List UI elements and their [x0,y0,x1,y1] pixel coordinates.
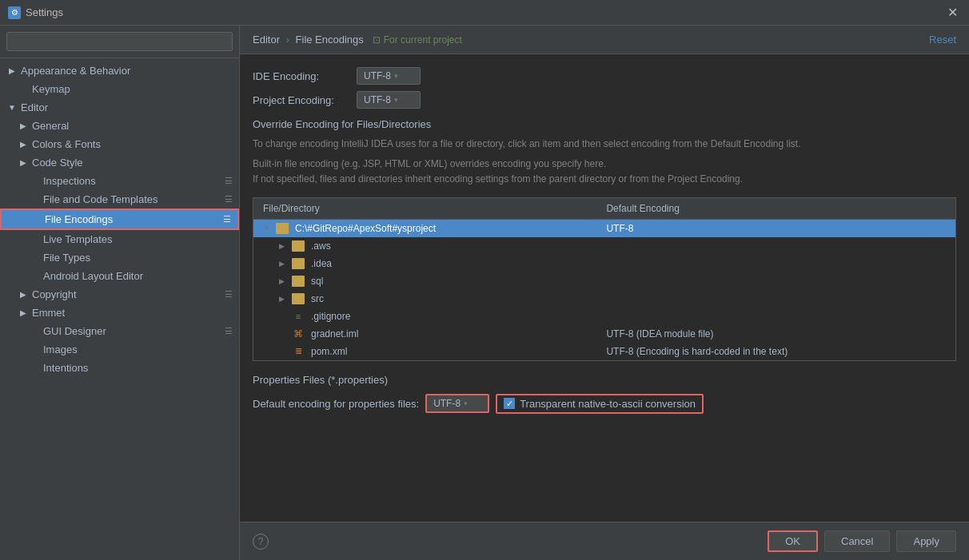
override-desc2: Built-in file encoding (e.g. JSP, HTML o… [253,157,956,187]
table-cell-encoding [596,237,955,255]
sidebar-item-label: File and Code Templates [43,193,158,205]
sidebar-item-label: Live Templates [43,233,112,245]
arrow-icon: ▼ [6,102,18,113]
ide-encoding-dropdown[interactable]: UTF-8 ▾ [357,67,421,85]
col-file-directory: File/Directory [253,197,597,219]
table-cell-encoding [596,255,955,272]
folder-icon [276,223,289,234]
sidebar-item-code-style[interactable]: ▶ Code Style [0,153,239,172]
transparent-label: Transparent native-to-ascii conversion [520,398,696,410]
arrow-placeholder [29,344,40,355]
ide-encoding-row: IDE Encoding: UTF-8 ▾ [253,67,956,85]
override-desc1: To change encoding IntelliJ IDEA uses fo… [253,137,956,152]
sidebar: ▶ Appearance & Behavior Keymap ▼ Editor … [0,26,240,560]
sidebar-item-keymap[interactable]: Keymap [0,80,239,98]
apply-button[interactable]: Apply [896,530,956,552]
ok-button[interactable]: OK [768,530,818,552]
file-name: gradnet.iml [311,328,358,340]
sidebar-item-copyright[interactable]: ▶ Copyright ☰ [0,285,239,304]
sidebar-item-label: Keymap [32,83,70,95]
content-header: Editor › File Encodings ⊡ For current pr… [240,26,969,54]
badge-icon: ☰ [225,289,233,300]
sidebar-item-label: File Encodings [45,213,113,225]
breadcrumb-separator: › [286,34,293,46]
sidebar-item-label: Intentions [43,362,88,374]
sidebar-item-editor[interactable]: ▼ Editor [0,98,239,117]
properties-title: Properties Files (*.properties) [253,374,956,386]
table-row[interactable]: ⌘ gradnet.iml UTF-8 (IDEA module file) [253,325,956,343]
table-row[interactable]: ▶ .aws [253,237,956,255]
sidebar-item-emmet[interactable]: ▶ Emmet [0,304,239,322]
xml-icon: ≣ [292,346,305,357]
breadcrumb: Editor › File Encodings ⊡ For current pr… [253,34,462,46]
folder-icon [292,240,305,252]
file-name: C:\#GitRepo#ApexSoft#ysproject [295,223,436,234]
folder-icon [292,258,305,269]
sidebar-nav: ▶ Appearance & Behavior Keymap ▼ Editor … [0,58,239,560]
dropdown-arrow-icon: ▾ [394,72,398,80]
table-row[interactable]: ▶ src [253,290,956,308]
arrow-icon: ▶ [18,139,29,150]
override-title: Override Encoding for Files/Directories [253,118,956,130]
properties-encoding-label: Default encoding for properties files: [253,398,419,410]
folder-icon [292,276,305,287]
col-default-encoding: Default Encoding [596,197,955,219]
sidebar-item-general[interactable]: ▶ General [0,117,239,135]
title-bar: ⚙ Settings ✕ [0,0,969,26]
table-cell-encoding [596,290,955,308]
tree-arrow-icon: ▶ [279,295,289,303]
sidebar-item-appearance-behavior[interactable]: ▶ Appearance & Behavior [0,62,239,80]
badge-icon: ☰ [225,194,233,205]
tree-arrow-icon: ▼ [263,224,273,232]
window-title: Settings [26,6,944,18]
cancel-button[interactable]: Cancel [824,530,890,552]
sidebar-item-file-code-templates[interactable]: File and Code Templates ☰ [0,190,239,209]
reset-button[interactable]: Reset [929,34,956,46]
arrow-placeholder [29,271,40,282]
file-icon: ≡ [292,311,305,322]
arrow-icon: ▶ [18,157,29,169]
arrow-placeholder [29,176,40,187]
properties-encoding-dropdown[interactable]: UTF-8 ▾ [425,394,489,413]
arrow-icon: ▶ [18,289,29,300]
table-cell-encoding [596,272,955,290]
file-name: .aws [311,240,331,252]
help-button[interactable]: ? [253,534,269,550]
ide-encoding-value: UTF-8 [364,70,391,81]
sidebar-item-label: General [32,120,69,132]
table-row[interactable]: ≡ .gitignore [253,308,956,325]
file-name: .gitignore [311,311,350,322]
arrow-placeholder [29,194,40,205]
project-encoding-label: Project Encoding: [253,94,357,106]
sidebar-item-gui-designer[interactable]: GUI Designer ☰ [0,322,239,340]
table-row[interactable]: ▶ sql [253,272,956,290]
arrow-placeholder [30,214,42,225]
sidebar-item-android-layout-editor[interactable]: Android Layout Editor [0,267,239,285]
sidebar-item-label: Copyright [32,288,77,300]
sidebar-item-file-encodings[interactable]: File Encodings ☰ [0,209,239,230]
project-encoding-dropdown[interactable]: UTF-8 ▾ [357,91,421,109]
sidebar-item-label: Appearance & Behavior [21,65,130,77]
sidebar-item-colors-fonts[interactable]: ▶ Colors & Fonts [0,135,239,153]
sidebar-item-file-types[interactable]: File Types [0,248,239,267]
sidebar-item-images[interactable]: Images [0,340,239,359]
sidebar-item-intentions[interactable]: Intentions [0,359,239,377]
close-button[interactable]: ✕ [944,5,961,20]
sidebar-item-label: Android Layout Editor [43,270,143,282]
table-cell-encoding: UTF-8 (Encoding is hard-coded in the tex… [596,343,955,361]
table-row[interactable]: ▶ .idea [253,255,956,272]
breadcrumb-parent: Editor [253,34,280,46]
table-row[interactable]: ▼ C:\#GitRepo#ApexSoft#ysproject UTF-8 [253,219,956,237]
search-input[interactable] [6,32,233,51]
file-name: .idea [311,258,332,269]
project-encoding-value: UTF-8 [364,94,391,105]
properties-row: Default encoding for properties files: U… [253,394,956,414]
sidebar-item-live-templates[interactable]: Live Templates [0,230,239,248]
footer: ? OK Cancel Apply [240,522,969,560]
dropdown-arrow-icon: ▾ [464,399,468,407]
arrow-icon: ▶ [18,121,29,132]
sidebar-item-inspections[interactable]: Inspections ☰ [0,172,239,190]
table-cell-name: ⌘ gradnet.iml [253,325,597,343]
transparent-conversion-checkbox[interactable]: ✓ Transparent native-to-ascii conversion [496,394,704,414]
table-row[interactable]: ≣ pom.xml UTF-8 (Encoding is hard-coded … [253,343,956,361]
